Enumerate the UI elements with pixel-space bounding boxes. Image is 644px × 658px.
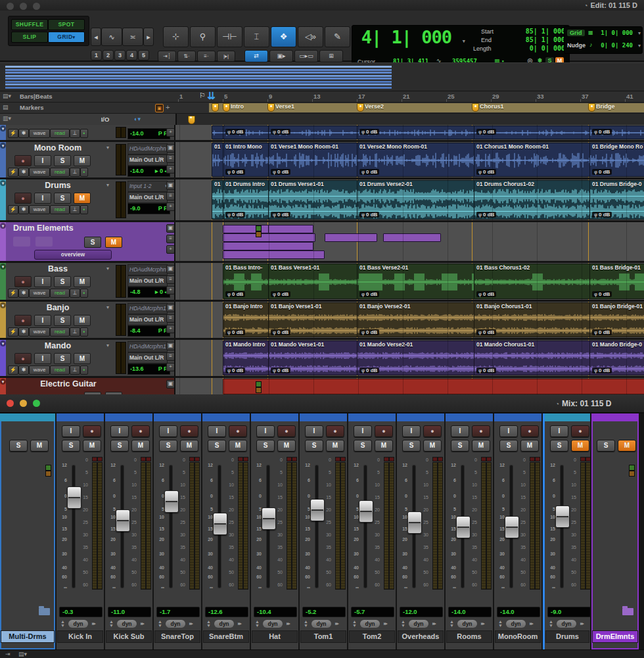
automation-icon[interactable]: ▸▸ xyxy=(335,621,338,626)
clip-gain-badge[interactable]: φ0 dB xyxy=(476,329,496,335)
track-view-selector[interactable]: wave xyxy=(29,205,50,214)
record-enable-button[interactable] xyxy=(14,353,32,364)
folder-clip-block[interactable] xyxy=(223,225,269,233)
solo-button[interactable]: S xyxy=(54,155,71,166)
solo-button[interactable]: S xyxy=(159,440,177,452)
output-selector[interactable]: Main Out L/R xyxy=(127,314,168,325)
close-icon[interactable] xyxy=(7,400,14,407)
solo-button[interactable]: S xyxy=(402,440,421,452)
edit-window-titlebar[interactable]: ◔Edit: 01 115 D xyxy=(0,0,644,11)
timebase-icon[interactable]: ⊥ xyxy=(70,129,80,138)
folder-clip-block[interactable] xyxy=(268,225,313,233)
track-view-selector[interactable]: wave xyxy=(29,327,50,337)
grid-label[interactable]: Grid xyxy=(567,30,585,36)
solo-button[interactable]: S xyxy=(9,440,28,452)
channel-strip-drums[interactable]: ISM12605101520304060∞0510152025303540506… xyxy=(543,413,591,649)
clip-gain-badge[interactable]: φ0 dB xyxy=(225,212,245,218)
track-list-menu-icon[interactable]: ▥▾ xyxy=(3,115,11,122)
track-clips-lane[interactable]: φ0 dBφ0 dBφ0 dBφ0 dBφ0 dB xyxy=(175,125,644,140)
freeze-icon[interactable]: ▪ xyxy=(80,129,88,138)
clip-gain-badge[interactable]: φ0 dB xyxy=(592,291,612,297)
add-lane-icon[interactable]: + xyxy=(166,165,175,174)
clip-gain-badge[interactable]: φ0 dB xyxy=(476,129,496,135)
audio-clip[interactable]: 01 Chorus1 Mono Room-01φ0 dB xyxy=(474,143,591,177)
track-list-menu-icon[interactable]: ▤▾ xyxy=(18,651,27,657)
audio-clip[interactable]: 01 Bass Verse2-01φ0 dB xyxy=(357,264,475,299)
edit-mode-shuffle[interactable]: SHUFFLE xyxy=(11,19,48,30)
clip-gain-badge[interactable]: φ0 dB xyxy=(271,329,290,335)
marker-flag[interactable] xyxy=(357,103,364,112)
dyn-button[interactable]: dyn xyxy=(117,620,137,628)
channel-name[interactable]: Multi-Drms xyxy=(1,630,55,643)
fader-value-display[interactable]: -1.7 xyxy=(156,607,200,617)
input-monitor-button[interactable]: I xyxy=(550,425,568,437)
pre-roll-flag-icon[interactable]: ⚐ xyxy=(199,91,206,100)
clip-gain-badge[interactable]: φ0 dB xyxy=(359,169,379,175)
timebase-icon[interactable]: ⊥ xyxy=(70,289,80,298)
track-name[interactable]: Electric Guitar xyxy=(20,379,117,388)
clip-gain-badge[interactable]: φ0 dB xyxy=(359,329,379,335)
output-selector[interactable]: Main Out L/R xyxy=(127,275,168,287)
link-track-edit-selection-button[interactable]: ▣▸ xyxy=(269,50,293,62)
automation-mode-selector[interactable]: read xyxy=(50,168,70,177)
link-timeline-edit-selection-button[interactable]: ⇄ xyxy=(244,50,268,62)
mute-button[interactable]: M xyxy=(74,155,91,166)
snap-icon[interactable]: ✱ xyxy=(18,327,29,337)
main-counter[interactable]: 4| 1| 000 ▾ xyxy=(355,27,465,55)
channel-name[interactable]: Kick Sub xyxy=(106,630,152,643)
clip-gain-badge[interactable]: φ0 dB xyxy=(359,291,379,297)
snap-icon[interactable]: ✱ xyxy=(18,205,29,214)
audio-clip[interactable]: φ0 dB xyxy=(474,126,591,139)
markers-list-icon[interactable]: ▤ xyxy=(3,104,9,110)
clip-gain-badge[interactable]: φ0 dB xyxy=(271,367,290,373)
mute-button[interactable]: M xyxy=(229,440,247,452)
tab-to-transient-button[interactable]: ⇥┆ xyxy=(158,51,176,62)
clip-gain-badge[interactable]: φ0 dB xyxy=(225,329,245,335)
dyn-button[interactable]: dyn xyxy=(214,620,234,628)
clip-gain-badge[interactable]: φ0 dB xyxy=(476,169,496,175)
input-monitor-button[interactable]: I xyxy=(159,425,177,437)
track-header[interactable]: ▾Drum ElementsSMoverview▣≡+ xyxy=(0,222,175,261)
automation-mode-selector[interactable]: read xyxy=(50,205,70,214)
zoom-tool[interactable]: ⚲ xyxy=(190,26,216,47)
volume-display[interactable]: -13.6P P xyxy=(127,364,170,375)
channel-name[interactable]: SnareBtm xyxy=(203,630,249,643)
freeze-icon[interactable]: ▪ xyxy=(80,365,88,375)
audio-clip[interactable]: 01 Bass Intro-φ0 dB xyxy=(223,264,269,299)
track-clips-lane[interactable]: 01 Mando Introφ0 dB01 Mando Verse1-01φ0 … xyxy=(175,340,644,376)
chevron-down-icon[interactable]: ▾ xyxy=(638,30,641,36)
timebase-icon[interactable]: ⊥ xyxy=(70,205,80,214)
audio-clip[interactable]: 01 Banjo Introφ0 dB xyxy=(223,302,269,337)
clip-gain-badge[interactable]: φ0 dB xyxy=(359,129,379,135)
fader-track[interactable] xyxy=(170,465,172,588)
audio-clip[interactable]: 01 Intro Monoφ0 dB xyxy=(223,143,269,177)
marker-label[interactable]: Bridge xyxy=(596,103,615,110)
zoom-preset-2[interactable]: 2 xyxy=(103,50,114,60)
snap-icon[interactable]: ✱ xyxy=(18,129,29,138)
mute-button[interactable]: M xyxy=(180,440,198,452)
narrow-mix-icon[interactable]: ⇥ xyxy=(5,651,11,657)
fader-value-display[interactable]: -11.0 xyxy=(108,607,151,617)
add-lane-icon[interactable]: + xyxy=(166,202,175,211)
input-monitor-button[interactable]: I xyxy=(110,425,129,437)
marker-label[interactable]: Verse1 xyxy=(275,103,294,110)
sends-view-icon[interactable]: ≡ xyxy=(166,192,175,200)
sends-view-icon[interactable]: ≡ xyxy=(166,314,175,323)
clip-gain-badge[interactable]: φ0 dB xyxy=(476,212,496,218)
fader-value-display[interactable]: -10.4 xyxy=(254,607,297,617)
snap-icon[interactable]: ✱ xyxy=(18,365,29,375)
nudge-label[interactable]: Nudge xyxy=(567,42,586,49)
channel-name[interactable]: SnareTop xyxy=(154,630,200,643)
mute-button[interactable]: M xyxy=(83,440,101,452)
value-down-icon[interactable]: ▼ xyxy=(401,624,405,628)
track-view-selector[interactable]: wave xyxy=(29,365,50,375)
chevron-down-icon[interactable]: ▾ xyxy=(638,43,641,49)
channel-strip-snaretop[interactable]: ISM12605101520304060∞0510152025303540506… xyxy=(154,413,202,649)
audio-clip[interactable]: 01 Mando Bridge-0φ0 dB xyxy=(589,341,644,375)
audio-clip[interactable]: 01 Banjo Bridge-01φ0 dB xyxy=(589,302,644,337)
elastic-audio-icon[interactable]: ⚡ xyxy=(8,365,18,375)
mute-button[interactable]: M xyxy=(74,353,91,364)
solo-button[interactable]: S xyxy=(54,193,71,204)
clip-gain-badge[interactable]: φ0 dB xyxy=(271,291,290,297)
track-clips-lane[interactable] xyxy=(175,378,644,394)
